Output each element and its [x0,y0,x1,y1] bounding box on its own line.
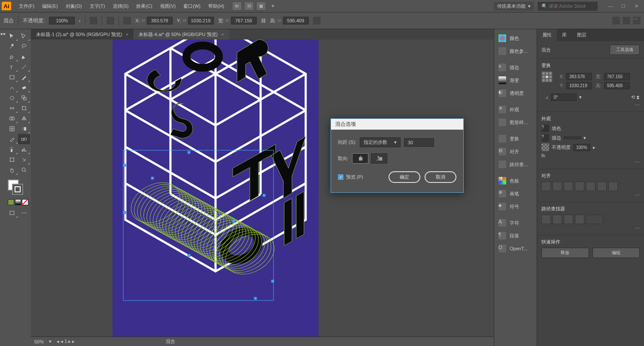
panel-color[interactable]: 颜色 [497,32,534,45]
column-graph-tool[interactable] [18,144,30,155]
color-swatches[interactable] [6,179,30,197]
minimize-button[interactable]: — [605,2,617,10]
panel-brushes[interactable]: ✲画笔 [497,187,534,200]
prop-angle[interactable]: 0° [551,94,577,101]
panel-appearance[interactable]: ☀外观 [497,103,534,116]
type-tool[interactable]: T [6,62,18,72]
width-tool[interactable] [6,103,18,113]
opacity-arrow[interactable]: ▸ [79,19,81,23]
free-transform-tool[interactable] [18,103,30,113]
y-input[interactable]: 1030.219 [188,17,214,24]
group-button[interactable]: 编组 [592,248,640,258]
release-button[interactable]: 释放 [541,248,589,258]
tab-1-close[interactable]: × [126,32,128,37]
line-tool[interactable] [18,62,30,72]
tab-2[interactable]: 未标题-4.ai* @ 50% (RGB/GPU 预览)× [134,29,229,39]
align-top[interactable] [575,182,584,191]
menu-file[interactable]: 文件(F) [15,1,38,11]
panel-swatches[interactable]: 色板 [497,174,534,187]
pf-exclude[interactable] [575,215,584,224]
x-input[interactable]: 383.578 [147,17,173,24]
tab-2-close[interactable]: × [221,32,224,37]
prefs-icon[interactable] [623,17,630,24]
perspective-grid-tool[interactable] [18,113,30,124]
w-input[interactable]: 767.155 [231,17,257,24]
panel-gradient[interactable]: 渐变 [497,74,534,87]
prop-opacity[interactable]: 100% [573,144,590,151]
blend-tool[interactable] [18,134,30,144]
direct-selection-tool[interactable] [18,31,30,41]
magic-wand-tool[interactable] [6,41,18,52]
bridge-icon[interactable]: Br [233,2,241,10]
pf-intersect[interactable] [564,215,573,224]
stock-icon[interactable]: St [245,2,253,10]
align-bottom[interactable] [597,182,607,191]
menu-window[interactable]: 窗口(W) [180,1,204,11]
paintbrush-tool[interactable] [18,72,30,82]
selection-tool[interactable] [6,31,18,41]
pf-minus-front[interactable] [553,215,562,224]
stroke-icon[interactable]: ? [541,134,549,142]
symbol-sprayer-tool[interactable] [6,144,18,155]
prop-h[interactable]: 595.409 [604,82,630,89]
zoom-level[interactable]: 50% [34,339,44,344]
hand-tool[interactable] [6,165,18,175]
maximize-button[interactable]: ☐ [617,2,629,10]
tool-collapse[interactable]: ◂◂ [0,29,5,346]
align-right[interactable] [564,182,573,191]
page-nav[interactable]: ◂ ◂ 1 ▸ ▸ [57,339,75,344]
screen-mode[interactable] [6,208,18,218]
transform-panel-icon[interactable] [313,17,321,24]
reference-point-icon[interactable] [541,71,553,82]
link-icon[interactable]: ⛓ [261,18,266,23]
lasso-tool[interactable] [18,41,30,52]
panel-character[interactable]: A字符 [497,216,534,229]
panel-transparency[interactable]: ◐透明度 [497,87,534,100]
menu-select[interactable]: 选择(S) [109,1,132,11]
orient-page-button[interactable]: ıılıı [352,153,368,164]
edit-toolbar[interactable]: ⋯ [18,208,30,218]
menu-object[interactable]: 对象(O) [62,1,85,11]
panel-pathfinder[interactable]: 路径查... [497,158,534,171]
menu-view[interactable]: 视图(V) [157,1,179,11]
gradient-tool[interactable] [18,124,30,134]
panel-opentype[interactable]: OOpenT... [497,242,534,255]
mesh-tool[interactable] [6,124,18,134]
pen-tool[interactable] [6,52,18,62]
panel-transform[interactable]: 变换 [497,132,534,145]
prop-w[interactable]: 767.155 [604,73,630,80]
opacity-input[interactable]: 100% [49,17,75,24]
panel-graphic-styles[interactable]: 图形样... [497,116,534,129]
pf-unite[interactable] [541,215,551,224]
close-button[interactable]: ✕ [630,2,642,10]
appearance-more[interactable]: ⋯ [635,160,640,165]
gpu-icon[interactable]: ✈ [269,2,277,10]
tab-1[interactable]: 未标题-1 (2).ai* @ 50% (RGB/GPU 预览)× [31,29,134,39]
workspace-dropdown[interactable]: 传统基本功能▾ [494,2,534,11]
doc-setup-icon[interactable] [612,17,620,24]
rotate-tool[interactable] [6,93,18,103]
align-icon[interactable] [123,17,131,24]
scale-tool[interactable] [18,93,30,103]
transform-more[interactable]: ⋯ [635,103,640,108]
preview-checkbox[interactable]: ✓预览 (P) [338,174,363,180]
color-mode-gradient[interactable] [15,199,21,205]
rectangle-tool[interactable] [6,72,18,82]
arrange-icon[interactable]: ▦ [257,2,265,10]
prop-y[interactable]: 1030.219 [566,82,592,89]
orient-path-button[interactable]: ⤴ıııı [371,153,387,164]
prop-x[interactable]: 383.578 [566,73,592,80]
search-input[interactable]: 🔍 搜索 Adobe Stock [538,2,598,11]
menu-effect[interactable]: 效果(C) [133,1,155,11]
style-icon[interactable] [90,17,97,24]
ok-button[interactable]: 确定 [389,171,420,183]
shaper-tool[interactable] [6,82,18,93]
tab-layers[interactable]: 图层 [572,29,592,41]
align-hcenter[interactable] [553,182,562,191]
zoom-tool[interactable] [18,165,30,175]
tab-libraries[interactable]: 库 [557,29,572,41]
fill-icon[interactable]: ? [541,124,549,132]
align-vcenter[interactable] [586,182,595,191]
panel-stroke[interactable]: ≡描边 [497,61,534,74]
color-mode-none[interactable] [22,199,28,205]
